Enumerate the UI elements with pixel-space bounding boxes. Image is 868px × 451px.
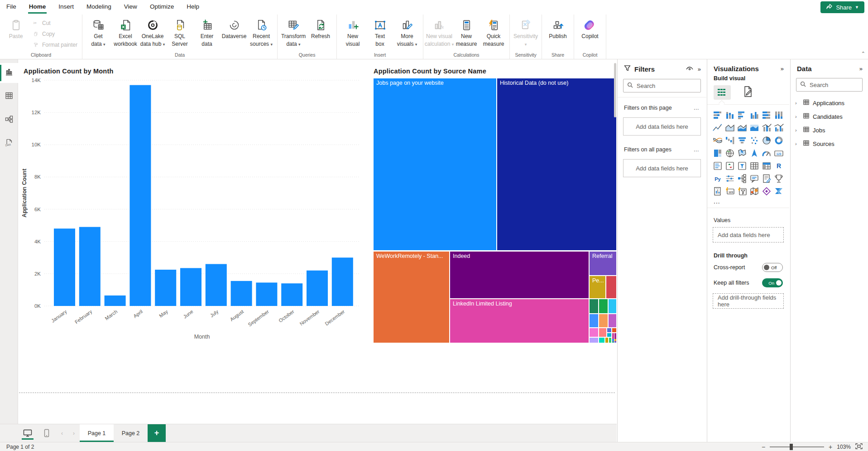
treemap-cell-linkedin-limited-listing[interactable]: LinkedIn Limited Listing xyxy=(450,299,589,343)
keep-all-filters-toggle[interactable]: On xyxy=(762,278,783,287)
filters-page-dropzone[interactable]: Add data fields here xyxy=(623,117,701,136)
canvas-scrollbar[interactable] xyxy=(614,63,616,117)
treemap-cell[interactable] xyxy=(612,339,614,341)
section-more-icon[interactable]: … xyxy=(694,146,700,153)
viz-icon-qa-visual[interactable] xyxy=(748,173,760,184)
values-dropzone[interactable]: Add data fields here xyxy=(713,227,784,242)
zoom-slider[interactable] xyxy=(770,446,824,447)
data-table-applications[interactable]: ›Applications xyxy=(791,96,868,110)
treemap-cell[interactable] xyxy=(606,276,616,298)
viz-icon-ribbon-chart[interactable] xyxy=(712,135,723,146)
zoom-in-button[interactable]: + xyxy=(829,443,832,451)
viz-icon-filled-map[interactable] xyxy=(736,147,748,159)
page-tab-1[interactable]: Page 1 xyxy=(80,424,114,442)
menu-home[interactable]: Home xyxy=(23,0,53,15)
viz-icon-power-apps-visual[interactable] xyxy=(761,185,772,197)
ribbon-button-more-visuals[interactable]: Morevisuals ▾ xyxy=(394,15,420,48)
viz-icon-multi-row-card[interactable] xyxy=(712,160,723,171)
viz-icon-card[interactable]: 123 xyxy=(773,147,785,159)
chevron-right-icon[interactable]: › xyxy=(795,127,800,133)
chevron-right-icon[interactable]: › xyxy=(795,141,800,146)
treemap-cell[interactable] xyxy=(599,338,604,343)
viz-icon-waterfall-chart[interactable] xyxy=(724,135,735,146)
tab-format-visual[interactable] xyxy=(743,86,753,99)
treemap-cell[interactable] xyxy=(599,314,608,327)
collapse-panel-icon[interactable]: » xyxy=(781,65,784,72)
zoom-out-button[interactable]: − xyxy=(762,443,765,451)
sidebar-dax-query-view[interactable]: DAX xyxy=(0,134,18,154)
treemap-cell[interactable] xyxy=(609,299,616,313)
collapse-panel-icon[interactable]: » xyxy=(698,66,701,73)
viz-icon-table[interactable] xyxy=(748,160,760,171)
menu-insert[interactable]: Insert xyxy=(52,0,80,15)
viz-icon-stacked-area-chart[interactable] xyxy=(736,122,748,133)
viz-icon-map[interactable] xyxy=(724,147,735,159)
menu-help[interactable]: Help xyxy=(180,0,206,15)
treemap-cell-weworkremotely-stan[interactable]: WeWorkRemotely - Stan... xyxy=(374,252,449,343)
viz-icon-python-visual[interactable]: Py xyxy=(712,173,723,184)
viz-icon-decomposition-tree[interactable] xyxy=(736,173,748,184)
treemap-cell-historical-data-do-not-use[interactable]: Historical Data (do not use) xyxy=(497,78,616,250)
viz-icon-line-and-stacked-column-chart[interactable] xyxy=(761,122,772,133)
ribbon-button-publish[interactable]: Publish xyxy=(545,15,571,39)
chevron-right-icon[interactable]: › xyxy=(795,114,800,119)
treemap-cell[interactable] xyxy=(612,328,616,332)
ribbon-button-excel-workbook[interactable]: Excelworkbook xyxy=(112,15,139,47)
collapse-panel-icon[interactable]: » xyxy=(859,65,863,72)
viz-icon-slicer[interactable] xyxy=(736,160,748,171)
viz-icon-clustered-column-chart[interactable] xyxy=(748,109,760,121)
menu-view[interactable]: View xyxy=(118,0,144,15)
treemap-cell-pe[interactable]: Pe... xyxy=(590,276,605,298)
ribbon-button-transform-data[interactable]: Transformdata ▾ xyxy=(280,15,307,48)
new-page-button[interactable]: + xyxy=(148,424,166,442)
treemap-cell-jobs-page-on-your-website[interactable]: Jobs page on your website xyxy=(374,78,496,250)
next-page-arrow[interactable]: › xyxy=(68,424,80,442)
filters-search-input[interactable]: Search xyxy=(623,79,701,92)
treemap-cell[interactable] xyxy=(590,314,598,327)
ribbon-button-enter-data[interactable]: Enterdata xyxy=(194,15,220,47)
ribbon-button-get-data[interactable]: Getdata ▾ xyxy=(85,15,111,48)
viz-icon-funnel-chart[interactable] xyxy=(736,135,748,146)
ribbon-button-new-visual[interactable]: Newvisual xyxy=(340,15,366,47)
data-table-candidates[interactable]: ›Candidates xyxy=(791,110,868,123)
viz-icon-card-new[interactable]: 123 xyxy=(724,185,735,197)
more-visual-options[interactable]: ... xyxy=(707,198,789,208)
treemap-cell[interactable] xyxy=(590,299,598,313)
viz-icon-stacked-bar-chart[interactable] xyxy=(712,109,723,121)
chevron-right-icon[interactable]: › xyxy=(795,100,800,106)
treemap-cell[interactable] xyxy=(590,328,598,337)
menu-file[interactable]: File xyxy=(0,0,23,15)
viz-icon-pie-chart[interactable] xyxy=(761,135,772,146)
ribbon-button-refresh[interactable]: Refresh xyxy=(307,15,334,39)
viz-icon-line-and-clustered-column-chart[interactable] xyxy=(773,122,785,133)
drill-through-dropzone[interactable]: Add drill-through fields here xyxy=(713,293,784,309)
menu-optimize[interactable]: Optimize xyxy=(144,0,180,15)
data-table-jobs[interactable]: ›Jobs xyxy=(791,123,868,137)
ribbon-button-new-measure[interactable]: Newmeasure xyxy=(453,15,480,47)
viz-icon-power-automate-visual[interactable] xyxy=(773,185,785,197)
treemap-cell[interactable] xyxy=(609,314,616,327)
treemap-visual[interactable]: Application Count by Source Name Jobs pa… xyxy=(369,64,616,349)
data-table-sources[interactable]: ›Sources xyxy=(791,137,868,150)
viz-icon-azure-map[interactable] xyxy=(748,147,760,159)
section-more-icon[interactable]: … xyxy=(694,105,700,111)
treemap-cell[interactable] xyxy=(614,341,616,343)
page-tab-2[interactable]: Page 2 xyxy=(114,424,148,442)
viz-icon-area-chart[interactable] xyxy=(724,122,735,133)
report-canvas[interactable]: Application Count by Month 0K2K4K6K8K10K… xyxy=(18,59,617,424)
sidebar-report-view[interactable] xyxy=(0,63,18,83)
viz-icon-kpi[interactable] xyxy=(724,160,735,171)
collapse-ribbon-icon[interactable]: ⌃ xyxy=(861,51,865,57)
viz-icon-100-stacked-column-chart[interactable] xyxy=(773,109,785,121)
treemap-cell[interactable] xyxy=(614,339,616,341)
viz-icon-donut-chart[interactable] xyxy=(773,135,785,146)
viz-icon-scatter-chart[interactable] xyxy=(748,135,760,146)
eye-icon[interactable] xyxy=(686,66,693,73)
share-button[interactable]: Share ▼ xyxy=(820,1,864,13)
treemap-cell-referral[interactable]: Referral xyxy=(590,252,616,275)
menu-modeling[interactable]: Modeling xyxy=(80,0,118,15)
sidebar-table-view[interactable] xyxy=(0,87,18,107)
sidebar-model-view[interactable] xyxy=(0,110,18,130)
viz-icon-r-script-visual[interactable]: R xyxy=(773,160,785,171)
viz-icon-smart-narrative[interactable] xyxy=(761,173,772,184)
